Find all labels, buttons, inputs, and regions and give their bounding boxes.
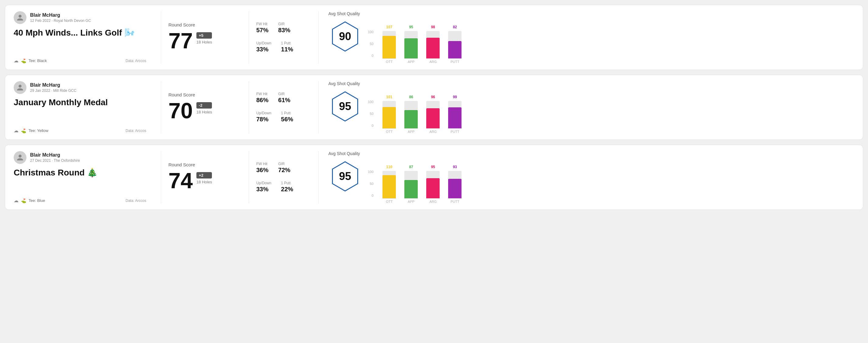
- golf-bag-icon: ⛳: [21, 198, 26, 203]
- round-left-section: Blair McHarg 27 Dec 2021 · The Oxfordshi…: [14, 151, 154, 204]
- updown-stat: Up/Down 33%: [256, 41, 271, 53]
- avatar: [14, 81, 26, 94]
- score-row: 77 +5 18 Holes: [168, 30, 234, 52]
- fw-hit-stat: FW Hit 57%: [256, 22, 269, 34]
- avatar: [14, 11, 26, 24]
- section-divider-3: [318, 11, 319, 64]
- stats-row-top: FW Hit 57% GIR 83%: [256, 22, 304, 34]
- bar-value-label: 93: [453, 165, 457, 169]
- gir-label: GIR: [278, 162, 290, 166]
- user-info: Blair McHarg 27 Dec 2021 · The Oxfordshi…: [14, 151, 146, 164]
- updown-label: Up/Down: [256, 181, 271, 185]
- quality-label: Avg Shot Quality: [328, 151, 854, 156]
- hex-score: 95: [339, 170, 351, 183]
- tee-label: Tee: Yellow: [29, 128, 48, 133]
- score-label: Round Score: [168, 92, 234, 97]
- quality-section-inner: Avg Shot Quality 95 100500101OTT86APP96A…: [328, 81, 854, 133]
- user-date: 29 Jan 2022 · Mill Ride GCC: [30, 89, 76, 93]
- data-source: Data: Arccos: [126, 129, 146, 133]
- updown-label: Up/Down: [256, 111, 271, 115]
- fw-hit-value: 36%: [256, 167, 269, 174]
- round-card: Blair McHarg 27 Dec 2021 · The Oxfordshi…: [5, 145, 863, 210]
- fw-hit-value: 57%: [256, 27, 269, 34]
- quality-label: Avg Shot Quality: [328, 11, 854, 16]
- gir-stat: GIR 83%: [278, 22, 290, 34]
- score-section: Round Score 70 -2 18 Holes: [168, 81, 241, 133]
- data-source: Data: Arccos: [126, 59, 146, 63]
- holes-label: 18 Holes: [196, 180, 212, 184]
- round-title: Christmas Round 🎄: [14, 167, 146, 178]
- bar-x-label: PUTT: [451, 130, 459, 133]
- section-divider-2: [249, 11, 249, 64]
- tee-info: ☁ ⛳ Tee: Yellow: [14, 128, 48, 133]
- quality-section: Avg Shot Quality 95 100500110OTT87APP95A…: [326, 151, 854, 204]
- bar-group: 93PUTT: [448, 171, 462, 204]
- gir-value: 72%: [278, 167, 290, 174]
- stats-row-bottom: Up/Down 33% 1 Putt 11%: [256, 41, 304, 53]
- updown-stat: Up/Down 78%: [256, 111, 271, 123]
- bar-group: 99PUTT: [448, 101, 462, 133]
- section-divider-3: [318, 151, 319, 204]
- gir-stat: GIR 72%: [278, 162, 290, 174]
- bar-x-label: OTT: [386, 130, 393, 133]
- stats-row-bottom: Up/Down 78% 1 Putt 56%: [256, 111, 304, 123]
- bar-chart-container: 100500110OTT87APP95ARG93PUTT: [368, 160, 854, 204]
- score-number: 74: [168, 170, 193, 192]
- bar-value-label: 82: [453, 25, 457, 29]
- bar-value-label: 98: [431, 25, 435, 29]
- holes-label: 18 Holes: [196, 110, 212, 114]
- score-number: 70: [168, 100, 193, 122]
- quality-section: Avg Shot Quality 90 100500107OTT95APP98A…: [326, 11, 854, 64]
- round-left-section: Blair McHarg 29 Jan 2022 · Mill Ride GCC…: [14, 81, 154, 133]
- round-card: Blair McHarg 29 Jan 2022 · Mill Ride GCC…: [5, 75, 863, 140]
- stats-section: FW Hit 36% GIR 72% Up/Down 33% 1 Putt 22…: [256, 151, 311, 204]
- tee-row: ☁ ⛳ Tee: Blue Data: Arccos: [14, 198, 146, 204]
- score-badge: -2: [196, 102, 212, 108]
- bar-group: 110OTT: [382, 171, 396, 204]
- oneputt-label: 1 Putt: [281, 41, 293, 45]
- updown-value: 33%: [256, 46, 271, 53]
- user-icon: [17, 154, 24, 161]
- score-row: 74 +2 18 Holes: [168, 170, 234, 192]
- fw-hit-stat: FW Hit 36%: [256, 162, 269, 174]
- tee-label: Tee: Black: [29, 58, 47, 63]
- bar-x-label: OTT: [386, 200, 393, 204]
- bar-group: 86APP: [404, 101, 418, 133]
- tee-row: ☁ ⛳ Tee: Yellow Data: Arccos: [14, 128, 146, 133]
- user-icon: [17, 84, 24, 91]
- section-divider: [161, 151, 161, 204]
- hex-score: 90: [339, 30, 351, 43]
- section-divider-2: [249, 151, 249, 204]
- weather-icon: ☁: [14, 128, 19, 133]
- tee-info: ☁ ⛳ Tee: Blue: [14, 198, 45, 204]
- gir-label: GIR: [278, 22, 290, 26]
- tee-label: Tee: Blue: [29, 198, 45, 203]
- oneputt-label: 1 Putt: [281, 111, 293, 115]
- stats-row-top: FW Hit 86% GIR 61%: [256, 92, 304, 104]
- gir-value: 83%: [278, 27, 290, 34]
- bar-group: 101OTT: [382, 101, 396, 133]
- oneputt-stat: 1 Putt 22%: [281, 181, 293, 193]
- updown-value: 33%: [256, 186, 271, 193]
- fw-hit-stat: FW Hit 86%: [256, 92, 269, 104]
- bar-group: 96ARG: [426, 101, 440, 133]
- bar-x-label: PUTT: [451, 200, 459, 204]
- bar-chart-container: 100500107OTT95APP98ARG82PUTT: [368, 20, 854, 64]
- section-divider: [161, 81, 161, 133]
- bar-group: 95APP: [404, 31, 418, 64]
- quality-section-inner: Avg Shot Quality 90 100500107OTT95APP98A…: [328, 11, 854, 64]
- score-badge-container: -2 18 Holes: [196, 100, 212, 114]
- quality-top: 95 100500101OTT86APP96ARG99PUTT: [328, 90, 854, 133]
- hex-score: 95: [339, 100, 351, 113]
- bar-group: 87APP: [404, 171, 418, 204]
- bar-x-label: PUTT: [451, 60, 459, 64]
- round-card: Blair McHarg 12 Feb 2022 · Royal North D…: [5, 5, 863, 70]
- fw-hit-label: FW Hit: [256, 22, 269, 26]
- oneputt-value: 11%: [281, 46, 293, 53]
- user-date: 27 Dec 2021 · The Oxfordshire: [30, 158, 80, 163]
- quality-top: 95 100500110OTT87APP95ARG93PUTT: [328, 160, 854, 204]
- score-label: Round Score: [168, 162, 234, 167]
- bar-x-label: OTT: [386, 60, 393, 64]
- weather-icon: ☁: [14, 58, 19, 64]
- tee-row: ☁ ⛳ Tee: Black Data: Arccos: [14, 58, 146, 64]
